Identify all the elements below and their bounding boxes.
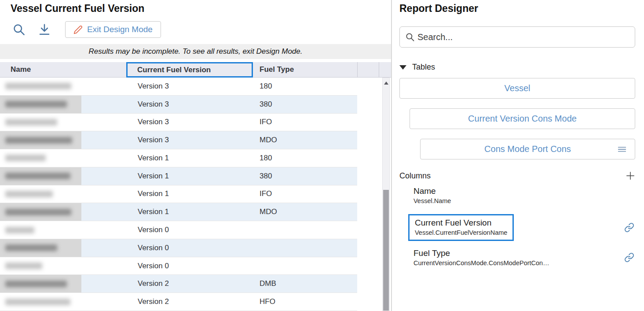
report-designer-panel: Report Designer Tables Vessel Current Ve…: [391, 0, 644, 311]
redacted-name: [5, 83, 71, 89]
column-item-current-fuel-version[interactable]: Current Fuel Version Vessel.CurrentFuelV…: [399, 214, 635, 241]
current-fuel-version-cell: Version 1: [126, 154, 254, 163]
highlighted-column-box: Current Fuel Version Vessel.CurrentFuelV…: [408, 214, 514, 241]
current-fuel-version-cell: Version 0: [126, 244, 254, 252]
table-row[interactable]: Version 3 380: [0, 96, 357, 114]
current-fuel-version-cell: Version 3: [126, 82, 254, 91]
redacted-name: [5, 263, 42, 269]
search-box[interactable]: [399, 26, 635, 48]
current-fuel-version-cell: Version 1: [126, 189, 254, 198]
fuel-type-cell: 180: [254, 154, 357, 163]
current-fuel-version-cell: Version 2: [126, 279, 254, 288]
search-icon: [405, 32, 415, 42]
table-row[interactable]: Version 3 MDO: [0, 131, 357, 149]
current-fuel-version-cell: Version 1: [126, 207, 254, 216]
table-row[interactable]: Version 0: [0, 257, 357, 275]
name-cell-redacted: [0, 114, 126, 131]
redacted-name: [5, 281, 67, 287]
current-fuel-version-cell: Version 3: [126, 100, 254, 109]
table-row[interactable]: Version 0: [0, 239, 357, 257]
column-header-current-fuel-version-highlighted[interactable]: Current Fuel Version: [126, 62, 253, 78]
columns-section-label: Columns: [399, 171, 431, 181]
columns-section-header: Columns: [399, 171, 635, 181]
name-cell-redacted: [0, 149, 126, 167]
column-path: Vessel.Name: [413, 197, 451, 204]
search-input[interactable]: [417, 32, 629, 42]
table-row[interactable]: Version 3 180: [0, 78, 357, 96]
fuel-type-cell: 380: [254, 100, 357, 109]
redacted-name: [5, 155, 46, 161]
table-button-label: Cons Mode Port Cons: [484, 144, 571, 154]
name-cell-redacted: [0, 203, 81, 221]
header-separator: [379, 62, 379, 77]
table-row[interactable]: Version 2 DMB: [0, 275, 357, 293]
vertical-scrollbar[interactable]: [382, 78, 390, 311]
name-cell-redacted: [0, 257, 126, 275]
fuel-type-cell: 380: [254, 172, 357, 181]
redacted-name: [5, 173, 70, 179]
current-fuel-version-cell: Version 3: [126, 136, 254, 144]
fuel-type-cell: IFO: [254, 118, 357, 126]
report-preview-panel: Vessel Current Fuel Version Exit Design …: [0, 0, 391, 311]
name-cell-redacted: [0, 239, 81, 257]
menu-icon[interactable]: [616, 144, 628, 154]
page-title: Vessel Current Fuel Version: [11, 3, 144, 15]
redacted-name: [5, 227, 34, 233]
column-item-fuel-type[interactable]: Fuel Type CurrentVersionConsMode.ConsMod…: [399, 248, 635, 267]
table-row[interactable]: Version 1 MDO: [0, 203, 357, 221]
fuel-type-cell: IFO: [254, 189, 357, 198]
table-header-row: Name Current Fuel Version Fuel Type: [0, 62, 391, 78]
name-cell-redacted: [0, 293, 126, 311]
column-item-text: Name Vessel.Name: [413, 186, 451, 204]
redacted-name: [5, 191, 53, 197]
scroll-up-button[interactable]: [384, 81, 388, 85]
current-fuel-version-cell: Version 3: [126, 118, 254, 126]
column-header-name[interactable]: Name: [0, 62, 126, 77]
column-name: Fuel Type: [413, 248, 549, 258]
name-cell-redacted: [0, 185, 126, 203]
panel-title: Report Designer: [399, 3, 635, 15]
tables-section-label: Tables: [412, 63, 435, 72]
header-separator: [357, 62, 358, 77]
table-button-current-version-cons-mode[interactable]: Current Version Cons Mode: [410, 108, 635, 129]
exit-design-mode-button[interactable]: Exit Design Mode: [65, 21, 161, 38]
download-button[interactable]: [36, 21, 53, 38]
add-column-icon[interactable]: [626, 171, 635, 181]
redacted-name: [5, 119, 57, 126]
chevron-down-icon: [399, 65, 406, 70]
column-path: CurrentVersionConsMode.ConsModePortCon…: [413, 259, 549, 267]
table-body: Version 3 180 Version 3 380 Version 3 IF…: [0, 78, 391, 311]
column-item-name[interactable]: Name Vessel.Name: [399, 186, 635, 204]
column-header-fuel-type[interactable]: Fuel Type: [254, 62, 357, 77]
fuel-type-cell: MDO: [254, 207, 357, 216]
tables-section-toggle[interactable]: Tables: [399, 63, 635, 72]
table-button-vessel[interactable]: Vessel: [399, 78, 635, 99]
current-fuel-version-cell: Version 0: [126, 262, 254, 270]
table-row[interactable]: Version 0: [0, 221, 357, 239]
search-button[interactable]: [11, 21, 27, 38]
table-row[interactable]: Version 1 380: [0, 167, 357, 185]
design-mode-banner: Results may be incomplete. To see all re…: [0, 44, 391, 59]
exit-design-mode-label: Exit Design Mode: [87, 25, 153, 34]
table-row[interactable]: Version 1 180: [0, 149, 357, 167]
name-cell-redacted: [0, 167, 81, 185]
table-row[interactable]: Version 1 IFO: [0, 185, 357, 204]
pencil-icon: [73, 25, 83, 34]
column-item-text: Fuel Type CurrentVersionConsMode.ConsMod…: [413, 248, 549, 267]
current-fuel-version-cell: Version 1: [126, 172, 254, 181]
download-icon: [38, 23, 51, 36]
redacted-name: [5, 244, 57, 251]
table-row[interactable]: Version 2 HFO: [0, 293, 357, 311]
fuel-type-cell: 180: [254, 82, 357, 91]
redacted-name: [5, 209, 71, 215]
search-icon: [12, 23, 26, 36]
link-icon[interactable]: [624, 252, 634, 263]
current-fuel-version-cell: Version 2: [126, 297, 254, 306]
link-icon[interactable]: [624, 222, 634, 233]
column-name: Name: [413, 186, 451, 196]
table-button-cons-mode-port-cons[interactable]: Cons Mode Port Cons: [420, 139, 635, 159]
scrollbar-thumb[interactable]: [383, 190, 389, 311]
table-row[interactable]: Version 3 IFO: [0, 114, 357, 132]
name-cell-redacted: [0, 275, 81, 292]
fuel-type-cell: HFO: [254, 297, 357, 306]
